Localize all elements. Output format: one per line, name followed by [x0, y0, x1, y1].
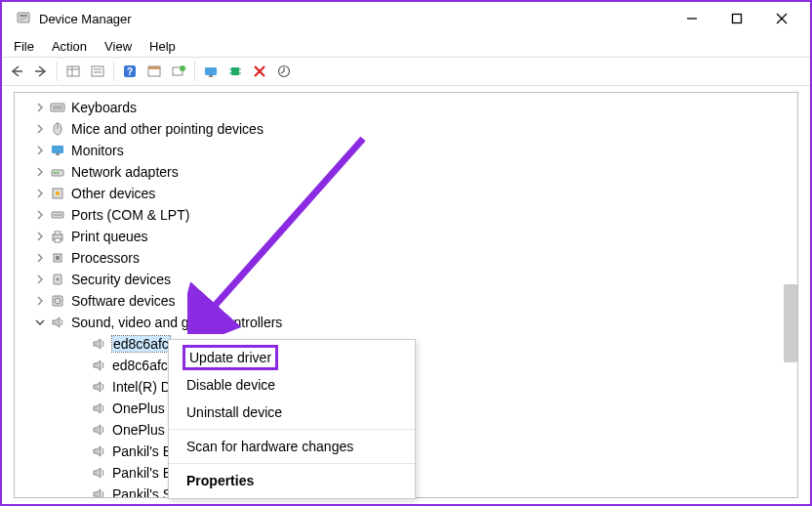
sound-device-icon [91, 379, 106, 395]
network-icon [50, 164, 65, 180]
category-mice[interactable]: Mice and other pointing devices [15, 118, 797, 140]
svg-rect-1 [20, 15, 27, 17]
svg-text:?: ? [127, 66, 133, 77]
category-network[interactable]: Network adapters [15, 161, 797, 183]
svg-rect-40 [54, 172, 56, 174]
menu-bar: File Action View Help [2, 35, 810, 57]
svg-rect-10 [67, 66, 79, 76]
menu-action[interactable]: Action [44, 37, 95, 56]
update-icon[interactable] [273, 61, 295, 82]
context-disable-device[interactable]: Disable device [169, 371, 415, 399]
context-uninstall-device[interactable]: Uninstall device [169, 399, 415, 426]
sound-device-icon [91, 358, 106, 373]
expand-icon[interactable] [34, 252, 46, 264]
remove-icon[interactable] [249, 61, 270, 82]
category-label: Sound, video and game controllers [71, 315, 282, 330]
device-label: Intel(R) D [112, 379, 171, 395]
sound-device-icon [91, 422, 106, 438]
menu-file[interactable]: File [6, 37, 42, 56]
toolbar: ? [2, 57, 810, 86]
svg-rect-22 [205, 67, 217, 75]
expand-icon[interactable] [34, 209, 46, 221]
scan-icon[interactable] [168, 61, 189, 82]
svg-rect-13 [92, 66, 103, 76]
svg-rect-19 [148, 66, 160, 69]
category-label: Other devices [71, 186, 155, 201]
category-ports[interactable]: Ports (COM & LPT) [15, 204, 797, 226]
title-bar: Device Manager [2, 2, 810, 35]
category-label: Security devices [71, 272, 171, 287]
action-icon[interactable] [143, 61, 165, 82]
category-keyboards[interactable]: Keyboards [15, 97, 797, 118]
svg-point-21 [180, 65, 185, 71]
maximize-button[interactable] [714, 4, 759, 33]
sound-icon [50, 315, 65, 330]
mice-icon [50, 121, 65, 137]
ports-icon [50, 207, 65, 223]
svg-rect-41 [57, 172, 59, 174]
category-processors[interactable]: Processors [15, 247, 797, 269]
chip-icon[interactable] [224, 61, 246, 82]
svg-rect-3 [20, 20, 24, 21]
help-icon[interactable]: ? [119, 61, 141, 82]
device-label: ed8c6afc [112, 358, 168, 373]
svg-point-54 [57, 278, 60, 281]
expand-icon[interactable] [34, 316, 46, 328]
expand-icon[interactable] [34, 188, 46, 199]
menu-help[interactable]: Help [142, 37, 183, 56]
app-icon [16, 11, 31, 26]
category-label: Software devices [71, 293, 176, 309]
svg-rect-2 [20, 18, 27, 19]
svg-point-45 [54, 214, 56, 216]
sound-device-icon [91, 486, 106, 498]
monitors-icon [50, 143, 65, 158]
context-update-driver[interactable]: Update driver [169, 344, 415, 371]
back-button[interactable] [6, 61, 27, 82]
keyboards-icon [50, 100, 65, 115]
expand-icon[interactable] [34, 295, 46, 307]
show-hidden-icon[interactable] [62, 61, 84, 82]
category-print[interactable]: Print queues [15, 226, 797, 247]
print-icon [50, 229, 65, 244]
device-label: Pankil's B [112, 465, 172, 481]
device-label: OnePlus [112, 422, 165, 438]
other-icon [50, 186, 65, 201]
svg-point-47 [60, 214, 61, 216]
device-label: ed8c6afc [112, 336, 170, 352]
svg-rect-24 [231, 67, 239, 75]
context-scan-hardware[interactable]: Scan for hardware changes [169, 433, 415, 460]
category-security[interactable]: Security devices [15, 269, 797, 290]
category-label: Network adapters [71, 164, 179, 180]
svg-rect-52 [56, 256, 60, 260]
forward-button[interactable] [30, 61, 52, 82]
sound-device-icon [91, 401, 106, 416]
expand-icon[interactable] [34, 145, 46, 156]
category-label: Ports (COM & LPT) [71, 207, 189, 223]
svg-point-46 [57, 214, 59, 216]
expand-icon[interactable] [34, 123, 46, 135]
expand-icon[interactable] [34, 274, 46, 285]
details-icon[interactable] [87, 61, 108, 82]
sound-device-icon [91, 336, 106, 352]
device-label: OnePlus [112, 401, 165, 416]
sound-device-icon [91, 465, 106, 481]
category-monitors[interactable]: Monitors [15, 140, 797, 161]
sound-device-icon [91, 443, 106, 459]
expand-icon[interactable] [34, 231, 46, 242]
window-title: Device Manager [39, 12, 670, 26]
close-button[interactable] [759, 4, 804, 33]
category-other[interactable]: Other devices [15, 183, 797, 204]
context-properties[interactable]: Properties [169, 467, 415, 494]
svg-rect-37 [52, 146, 63, 153]
processors-icon [50, 250, 65, 266]
scrollbar-thumb[interactable] [784, 284, 797, 362]
category-software[interactable]: Software devices [15, 290, 797, 312]
minimize-button[interactable] [670, 4, 714, 33]
device-label: Pankil's B [112, 443, 172, 459]
expand-icon[interactable] [34, 102, 46, 113]
monitor-icon[interactable] [200, 61, 222, 82]
category-sound[interactable]: Sound, video and game controllers [15, 312, 797, 333]
expand-icon[interactable] [34, 166, 46, 178]
menu-view[interactable]: View [97, 37, 140, 56]
svg-point-43 [56, 191, 60, 195]
